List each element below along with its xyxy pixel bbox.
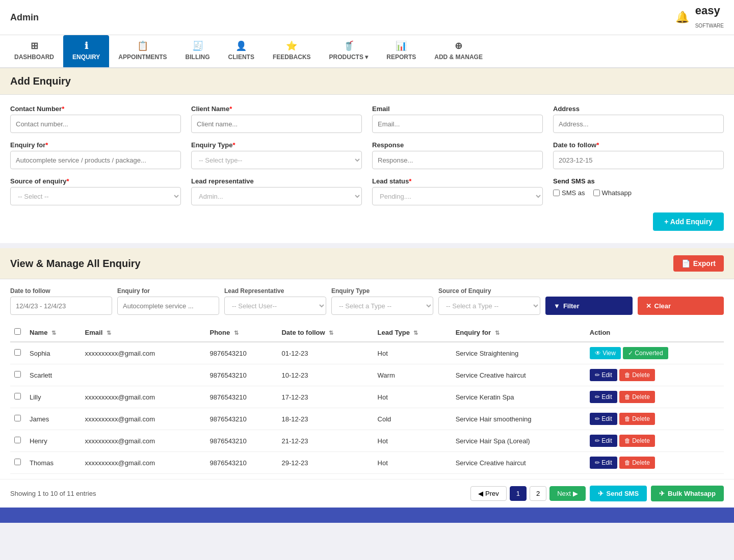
row-lead-type: Warm: [374, 364, 452, 386]
enquiry-for-input[interactable]: [10, 151, 181, 169]
contact-number-label: Contact Number*: [10, 105, 181, 113]
address-label: Address: [553, 105, 724, 113]
response-input[interactable]: [372, 151, 543, 169]
client-name-label: Client Name*: [191, 105, 362, 113]
enquiry-type-select[interactable]: -- Select type--: [191, 151, 362, 169]
edit-button[interactable]: ✏ Edit: [590, 435, 617, 447]
send-sms-button[interactable]: ✈ Send SMS: [590, 486, 647, 501]
delete-button[interactable]: 🗑 Delete: [619, 435, 655, 447]
prev-button[interactable]: ◀ Prev: [470, 486, 506, 501]
row-date: 21-12-23: [277, 430, 373, 452]
filter-button[interactable]: ▼ Filter: [545, 297, 633, 315]
enquiry-for-label: Enquiry for*: [10, 141, 181, 149]
name-sort-icon[interactable]: ⇅: [51, 330, 56, 336]
row-name: Thomas: [25, 452, 81, 474]
enquiry-for-group: Enquiry for*: [10, 141, 181, 169]
email-label: Email: [372, 105, 543, 113]
select-all-checkbox[interactable]: [14, 328, 21, 335]
filter-lead-rep-select[interactable]: -- Select User--: [224, 297, 326, 315]
clear-icon: ✕: [646, 302, 651, 310]
page-2-button[interactable]: 2: [530, 486, 546, 501]
row-checkbox[interactable]: [14, 393, 21, 399]
filter-enquiry-for-input[interactable]: [117, 297, 219, 315]
table-row: Thomas xxxxxxxxxx@gmail.com 9876543210 2…: [10, 452, 724, 474]
bell-icon[interactable]: 🔔: [675, 11, 689, 24]
sms-as-checkbox[interactable]: [553, 190, 560, 196]
converted-button[interactable]: ✓ Converted: [623, 347, 668, 359]
filter-enquiry-type-select[interactable]: -- Select a Type --: [331, 297, 433, 315]
export-icon: 📄: [681, 259, 690, 268]
edit-button[interactable]: ✏ Edit: [590, 391, 617, 403]
view-button[interactable]: 👁 View: [590, 347, 621, 359]
client-name-input[interactable]: [191, 115, 362, 133]
row-actions: ✏ Edit🗑 Delete: [586, 386, 724, 408]
send-sms-label: Send SMS: [607, 490, 639, 497]
nav-appointments[interactable]: 📋 APPOINTMENTS: [109, 35, 176, 67]
row-checkbox-cell: [10, 408, 25, 430]
email-input[interactable]: [372, 115, 543, 133]
delete-button[interactable]: 🗑 Delete: [619, 391, 655, 403]
filter-source-select[interactable]: -- Select a Type --: [438, 297, 540, 315]
row-enquiry-for: Service Creative haircut: [452, 452, 586, 474]
row-name: Lilly: [25, 386, 81, 408]
table-body: Sophia xxxxxxxxxx@gmail.com 9876543210 0…: [10, 342, 724, 474]
row-enquiry-for: Service Straightening: [452, 342, 586, 364]
page-1-button[interactable]: 1: [510, 486, 527, 501]
row-lead-type: Cold: [374, 408, 452, 430]
row-date: 29-12-23: [277, 452, 373, 474]
form-row-3: Source of enquiry* -- Select -- Lead rep…: [10, 177, 724, 205]
nav-products[interactable]: 🥤 PRODUCTS ▾: [320, 35, 378, 67]
row-lead-type: Hot: [374, 430, 452, 452]
date-to-follow-input[interactable]: [553, 151, 724, 169]
row-checkbox[interactable]: [14, 415, 21, 421]
address-input[interactable]: [553, 115, 724, 133]
email-sort-icon[interactable]: ⇅: [107, 330, 111, 336]
whatsapp-option[interactable]: Whatsapp: [593, 189, 632, 197]
nav-feedbacks[interactable]: ⭐ FEEDBACKS: [264, 35, 320, 67]
lead-status-select[interactable]: Pending....: [372, 187, 543, 205]
row-checkbox[interactable]: [14, 371, 21, 378]
whatsapp-checkbox[interactable]: [593, 190, 600, 196]
row-phone: 9876543210: [205, 430, 277, 452]
row-checkbox[interactable]: [14, 437, 21, 443]
nav-enquiry-label: ENQUIRY: [72, 54, 100, 61]
export-button[interactable]: 📄 Export: [673, 255, 724, 272]
edit-button[interactable]: ✏ Edit: [590, 457, 617, 469]
filter-date-input[interactable]: [10, 297, 112, 315]
row-email: xxxxxxxxxx@gmail.com: [81, 430, 206, 452]
col-email: Email ⇅: [81, 323, 206, 342]
address-group: Address: [553, 105, 724, 133]
nav-clients-label: CLIENTS: [228, 54, 254, 61]
billing-icon: 🧾: [192, 40, 203, 51]
pagination-right: ◀ Prev 1 2 Next ▶ ✈ Send SMS ✈ Bulk What…: [470, 486, 724, 501]
edit-button[interactable]: ✏ Edit: [590, 413, 617, 425]
bulk-whatsapp-button[interactable]: ✈ Bulk Whatsapp: [651, 486, 724, 501]
date-sort-icon[interactable]: ⇅: [329, 330, 333, 336]
enquiry-for-sort-icon[interactable]: ⇅: [495, 330, 500, 336]
nav-reports[interactable]: 📊 REPORTS: [377, 35, 425, 67]
source-of-enquiry-select[interactable]: -- Select --: [10, 187, 181, 205]
edit-button[interactable]: ✏ Edit: [590, 369, 617, 381]
row-email: xxxxxxxxxx@gmail.com: [81, 342, 206, 364]
sms-as-option[interactable]: SMS as: [553, 189, 585, 197]
nav-clients[interactable]: 👤 CLIENTS: [219, 35, 264, 67]
lead-representative-select[interactable]: Admin...: [191, 187, 362, 205]
delete-button[interactable]: 🗑 Delete: [619, 457, 655, 469]
nav-dashboard[interactable]: ⊞ DASHBOARD: [5, 35, 63, 67]
nav-billing[interactable]: 🧾 BILLING: [176, 35, 219, 67]
delete-button[interactable]: 🗑 Delete: [619, 369, 655, 381]
delete-button[interactable]: 🗑 Delete: [619, 413, 655, 425]
add-enquiry-button[interactable]: + Add Enquiry: [653, 212, 724, 231]
appointments-icon: 📋: [137, 40, 148, 51]
row-checkbox[interactable]: [14, 349, 21, 356]
contact-number-input[interactable]: [10, 115, 181, 133]
nav-add-manage[interactable]: ⊕ ADD & MANAGE: [425, 35, 492, 67]
row-checkbox[interactable]: [14, 459, 21, 465]
phone-sort-icon[interactable]: ⇅: [234, 330, 239, 336]
enquiry-type-label: Enquiry Type*: [191, 141, 362, 149]
nav-enquiry[interactable]: ℹ ENQUIRY: [63, 35, 109, 67]
next-button[interactable]: Next ▶: [549, 486, 585, 501]
row-email: [81, 364, 206, 386]
lead-type-sort-icon[interactable]: ⇅: [413, 330, 418, 336]
clear-button[interactable]: ✕ Clear: [638, 297, 724, 315]
